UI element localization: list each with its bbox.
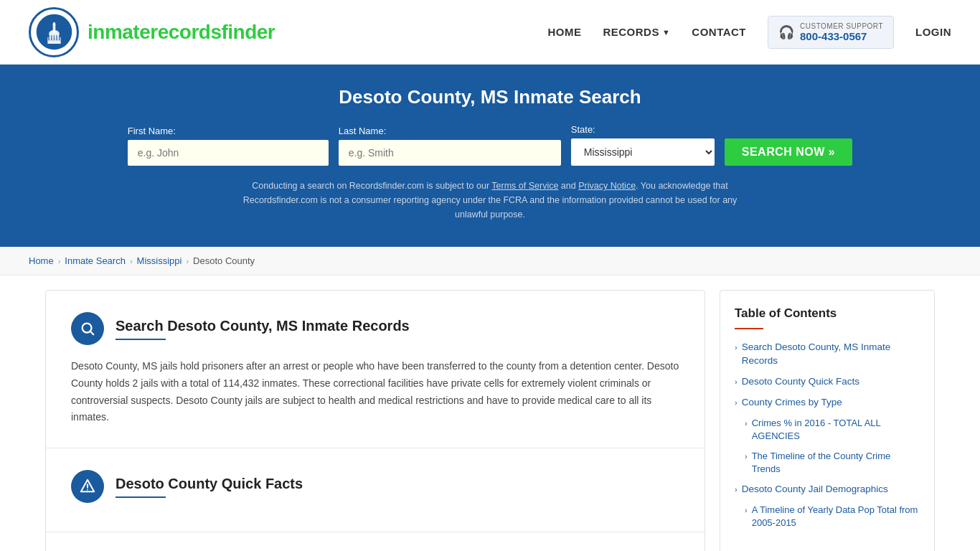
state-group: State: Mississippi Alabama Florida: [571, 124, 715, 166]
nav-home[interactable]: HOME: [547, 26, 581, 38]
nav-login[interactable]: LOGIN: [915, 26, 951, 38]
site-header: inmaterecordsfinder HOME RECORDS ▼ CONTA…: [0, 0, 980, 65]
warning-icon: [71, 470, 104, 503]
toc-label-2: Desoto County Quick Facts: [742, 375, 859, 389]
svg-rect-9: [56, 35, 57, 40]
toc-sub-item-1[interactable]: › Crimes % in 2016 - TOTAL ALL AGENCIES: [745, 417, 920, 443]
svg-rect-10: [58, 35, 60, 40]
toc-box: Table of Contents › Search Desoto County…: [720, 290, 935, 551]
toc-chevron-3: ›: [735, 397, 738, 408]
sidebar: Table of Contents › Search Desoto County…: [720, 290, 935, 551]
section-1-body: Desoto County, MS jails hold prisoners a…: [71, 358, 679, 426]
toc-title: Table of Contents: [735, 306, 920, 321]
logo-accent: finder: [221, 21, 275, 43]
search-form: First Name: Last Name: State: Mississipp…: [29, 124, 951, 166]
last-name-input[interactable]: [339, 140, 561, 166]
state-label: State:: [571, 124, 595, 135]
privacy-link[interactable]: Privacy Notice: [578, 181, 636, 191]
svg-line-12: [90, 331, 93, 334]
toc-item-3[interactable]: › County Crimes by Type: [735, 396, 920, 410]
svg-point-5: [52, 22, 55, 27]
support-label: CUSTOMER SUPPORT: [800, 22, 883, 30]
toc-chevron-2: ›: [735, 377, 738, 387]
records-chevron-icon: ▼: [662, 28, 670, 37]
toc-item-1[interactable]: › Search Desoto County, MS Inmate Record…: [735, 341, 920, 368]
toc-sub-chevron-3: ›: [745, 505, 748, 516]
logo-text: inmaterecordsfinder: [88, 21, 275, 44]
breadcrumb: Home › Inmate Search › Mississippi › Des…: [0, 247, 980, 276]
hero-title: Desoto County, MS Inmate Search: [29, 86, 951, 108]
first-name-input[interactable]: [128, 140, 329, 166]
toc-sub-item-3[interactable]: › A Timeline of Yearly Data Pop Total fr…: [745, 504, 920, 529]
toc-chevron-1: ›: [735, 342, 738, 353]
breadcrumb-inmate-search[interactable]: Inmate Search: [65, 255, 126, 266]
section-quick-facts: Desoto County Quick Facts: [46, 448, 705, 532]
section-1-underline: [116, 339, 166, 340]
toc-sub-item-2[interactable]: › The Timeline of the County Crime Trend…: [745, 450, 920, 476]
toc-underline: [735, 328, 763, 329]
svg-point-14: [87, 489, 88, 491]
toc-label-3: County Crimes by Type: [742, 396, 842, 410]
main-content: Search Desoto County, MS Inmate Records …: [31, 290, 949, 551]
customer-support-button[interactable]: 🎧 CUSTOMER SUPPORT 800-433-0567: [768, 16, 894, 49]
toc-item-5[interactable]: › Desoto County Jail Demographics: [735, 483, 920, 496]
toc-item-2[interactable]: › Desoto County Quick Facts: [735, 375, 920, 389]
hero-section: Desoto County, MS Inmate Search First Na…: [0, 65, 980, 247]
toc-sub-chevron-2: ›: [745, 451, 748, 462]
nav-contact[interactable]: CONTACT: [692, 26, 746, 38]
svg-rect-7: [50, 35, 52, 40]
toc-label-1: Search Desoto County, MS Inmate Records: [742, 341, 920, 368]
breadcrumb-mississippi[interactable]: Mississippi: [137, 255, 182, 266]
nav-records-label: RECORDS: [603, 26, 659, 38]
breadcrumb-sep-1: ›: [58, 257, 61, 265]
disclaimer-text: Conducting a search on Recordsfinder.com…: [239, 179, 741, 222]
state-select[interactable]: Mississippi Alabama Florida: [571, 138, 715, 166]
toc-chevron-5: ›: [735, 484, 738, 495]
breadcrumb-current: Desoto County: [193, 255, 255, 266]
toc-sub-chevron-1: ›: [745, 418, 748, 429]
logo-main: inmaterecords: [88, 21, 221, 43]
terms-link[interactable]: Terms of Service: [491, 181, 558, 191]
svg-rect-6: [48, 35, 50, 40]
logo-area: inmaterecordsfinder: [29, 7, 275, 57]
svg-rect-8: [53, 35, 55, 40]
toc-sub-label-1: Crimes % in 2016 - TOTAL ALL AGENCIES: [752, 417, 920, 443]
search-button[interactable]: SEARCH NOW »: [725, 138, 852, 166]
last-name-group: Last Name:: [339, 126, 561, 166]
nav-records[interactable]: RECORDS ▼: [603, 26, 670, 38]
section-1-title: Search Desoto County, MS Inmate Records: [116, 318, 410, 334]
toc-sub-label-3: A Timeline of Yearly Data Pop Total from…: [752, 504, 920, 529]
support-number: 800-433-0567: [800, 30, 883, 42]
first-name-group: First Name:: [128, 126, 329, 166]
logo-icon: [29, 7, 79, 57]
toc-label-5: Desoto County Jail Demographics: [742, 483, 888, 496]
section-inmate-records: Search Desoto County, MS Inmate Records …: [46, 291, 705, 448]
toc-sub-label-2: The Timeline of the County Crime Trends: [752, 450, 920, 476]
last-name-label: Last Name:: [339, 126, 386, 136]
breadcrumb-sep-3: ›: [186, 257, 189, 265]
section-2-title: Desoto County Quick Facts: [116, 476, 303, 492]
first-name-label: First Name:: [128, 126, 176, 136]
section-2-underline: [116, 496, 166, 498]
content-left: Search Desoto County, MS Inmate Records …: [45, 290, 705, 551]
search-icon: [71, 312, 104, 345]
breadcrumb-sep-2: ›: [130, 257, 133, 265]
headset-icon: 🎧: [778, 24, 794, 40]
breadcrumb-home[interactable]: Home: [29, 255, 54, 266]
main-nav: HOME RECORDS ▼ CONTACT 🎧 CUSTOMER SUPPOR…: [547, 16, 951, 49]
